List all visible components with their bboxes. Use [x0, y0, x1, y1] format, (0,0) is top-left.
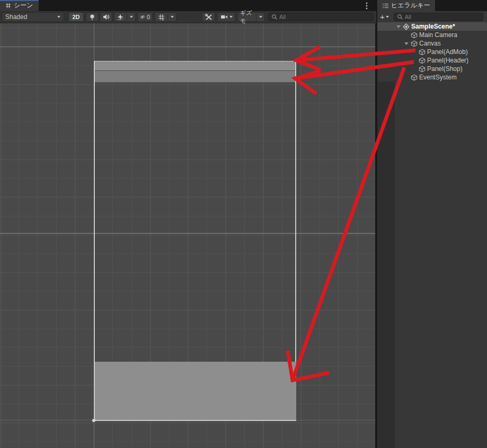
scene-grid-toggle-button[interactable]: y: [155, 12, 176, 22]
tree-row-eventsystem[interactable]: EventSystem: [377, 73, 487, 82]
scene-panel-admob[interactable]: [95, 61, 295, 71]
hierarchy-panel: ヒエラルキー + All SampleScene*: [376, 0, 487, 448]
tree-row-label: Panel(AdMob): [427, 48, 468, 56]
cube-icon: [410, 40, 418, 47]
hierarchy-left-gutter: [377, 82, 395, 448]
tree-row-label: Canvas: [419, 40, 441, 47]
tree-row-label: EventSystem: [419, 74, 457, 81]
scene-panel-shop[interactable]: [95, 362, 296, 420]
wrench-tools-icon: [205, 14, 212, 21]
chevron-down-icon: [229, 16, 233, 18]
hierarchy-tree: SampleScene* Main Camera Canvas: [377, 22, 487, 82]
tree-row-main-camera[interactable]: Main Camera: [377, 31, 487, 39]
hierarchy-tabbar: ヒエラルキー: [377, 0, 487, 11]
separator: [167, 14, 168, 20]
tree-row-label: Main Camera: [419, 31, 457, 39]
unity-editor-window: シーン Shaded 2D: [0, 0, 487, 448]
effects-star-icon: [117, 14, 124, 21]
speaker-icon: [103, 14, 110, 20]
scene-viewport[interactable]: [0, 23, 375, 448]
lightbulb-icon: [89, 14, 95, 21]
grid-major-line: [0, 47, 375, 47]
tree-row-samplescene[interactable]: SampleScene*: [377, 22, 487, 31]
hierarchy-tab-label: ヒエラルキー: [391, 1, 430, 10]
scene-panel-header[interactable]: [95, 71, 295, 83]
grid-axis-icon: y: [158, 14, 165, 21]
tree-row-label: SampleScene*: [411, 23, 455, 30]
scene-lighting-button[interactable]: [86, 12, 99, 22]
tab-hierarchy[interactable]: ヒエラルキー: [377, 0, 435, 11]
chevron-down-icon[interactable]: [386, 16, 389, 18]
scene-visibility-button[interactable]: 0: [137, 12, 153, 22]
create-object-button[interactable]: +: [380, 13, 385, 21]
tree-row-panel-header[interactable]: Panel(Header): [377, 56, 487, 65]
toggle-2d-button[interactable]: 2D: [68, 12, 84, 22]
toggle-2d-label: 2D: [72, 14, 79, 20]
scene-search-input[interactable]: All: [268, 13, 374, 21]
cube-icon: [418, 48, 426, 56]
foldout-expanded-icon[interactable]: [395, 23, 402, 30]
tree-row-panel-admob[interactable]: Panel(AdMob): [377, 48, 487, 56]
svg-text:y: y: [162, 17, 164, 20]
camera-icon: [220, 14, 228, 20]
shading-mode-label: Shaded: [5, 13, 27, 21]
search-icon: [271, 14, 278, 20]
unity-scene-icon: [402, 23, 410, 30]
hierarchy-search-input[interactable]: All: [394, 13, 483, 21]
tree-row-canvas[interactable]: Canvas: [377, 39, 487, 48]
scene-camera-button[interactable]: [217, 12, 235, 22]
separator: [127, 14, 127, 20]
canvas-pivot-handle[interactable]: [92, 419, 95, 422]
eye-off-icon: [140, 14, 145, 20]
foldout-placeholder: [403, 31, 410, 39]
foldout-placeholder: [411, 65, 418, 73]
search-icon: [397, 14, 403, 20]
shading-mode-dropdown[interactable]: Shaded: [2, 12, 64, 22]
scene-tab-label: シーン: [14, 1, 33, 10]
cube-icon: [418, 57, 426, 64]
cube-icon: [410, 31, 418, 39]
tree-row-label: Panel(Header): [427, 57, 468, 64]
chevron-down-icon: [171, 16, 174, 18]
gizmos-button[interactable]: ギズモ: [237, 12, 265, 22]
hidden-count: 0: [147, 14, 150, 20]
tree-row-panel-shop[interactable]: Panel(Shop): [377, 65, 487, 73]
scene-audio-button[interactable]: [100, 12, 112, 22]
hierarchy-search-placeholder: All: [405, 14, 411, 20]
hierarchy-list-icon: [383, 3, 388, 8]
scene-tabbar: シーン: [0, 0, 376, 11]
foldout-placeholder: [403, 74, 410, 81]
gizmos-label: ギズモ: [240, 9, 253, 25]
editor-tools-button[interactable]: [202, 12, 215, 22]
foldout-placeholder: [411, 48, 418, 56]
scene-menu-kebab-icon[interactable]: [364, 1, 370, 10]
separator: [256, 14, 256, 20]
chevron-down-icon: [259, 16, 262, 18]
tree-row-label: Panel(Shop): [427, 65, 463, 73]
scene-grid-icon: [5, 3, 11, 8]
scene-view-panel: シーン Shaded 2D: [0, 0, 376, 448]
chevron-down-icon: [57, 16, 60, 18]
scene-effects-button[interactable]: [114, 12, 136, 22]
chevron-down-icon: [130, 16, 133, 18]
scene-search-placeholder: All: [279, 14, 286, 20]
cube-icon: [418, 65, 426, 73]
cube-icon: [410, 74, 418, 81]
hierarchy-toolbar: + All: [377, 11, 487, 22]
scene-toolbar: Shaded 2D: [0, 11, 376, 23]
tab-scene[interactable]: シーン: [0, 0, 39, 11]
foldout-placeholder: [411, 57, 418, 64]
foldout-expanded-icon[interactable]: [403, 40, 410, 47]
